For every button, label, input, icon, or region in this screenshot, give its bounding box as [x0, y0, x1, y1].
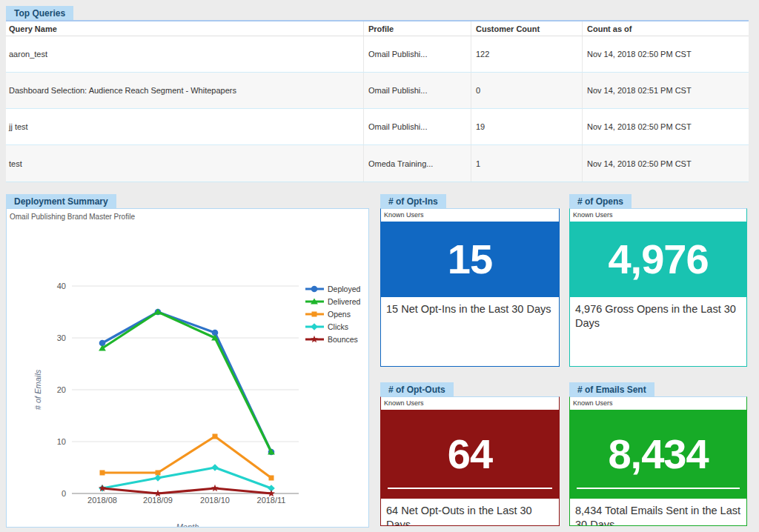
table-row[interactable]: aaron_test Omail Publishi... 122 Nov 14,… — [6, 36, 749, 73]
column-header-count-as-of: Count as of — [582, 21, 749, 36]
opens-value-block: 4,976 — [570, 222, 746, 297]
legend-label: Bounces — [328, 335, 358, 344]
cell-profile: Omeda Training... — [363, 145, 471, 182]
kpi-tile-emails-sent: # of Emails Sent Known Users 8,434 8,434… — [569, 382, 747, 526]
cell-query-name: test — [6, 145, 363, 182]
deployment-line-chart: 0102030402018/082018/092018/102018/11# o… — [7, 222, 368, 527]
chart-profile-title: Omail Publishing Brand Master Profile — [7, 209, 368, 222]
trend-line — [577, 488, 740, 489]
deployed-marker-icon — [305, 285, 325, 293]
chart-legend: Deployed Delivered Opens Clicks Bounces — [305, 282, 360, 345]
svg-text:Month: Month — [176, 522, 199, 527]
deployment-chart-panel: Omail Publishing Brand Master Profile 01… — [6, 208, 369, 528]
svg-text:0: 0 — [62, 489, 66, 498]
tab-emails-sent[interactable]: # of Emails Sent — [569, 382, 654, 396]
tile-subtitle: Known Users — [381, 209, 559, 222]
kpi-tile-opt-outs: # of Opt-Outs Known Users 64 64 Net Opt-… — [380, 382, 560, 526]
table-row[interactable]: test Omeda Training... 1 Nov 14, 2018 02… — [6, 145, 749, 182]
opt-ins-value-block: 15 — [381, 222, 559, 297]
opt-outs-caption: 64 Net Opt-Outs in the Last 30 Days — [381, 499, 559, 526]
cell-count-as-of: Nov 14, 2018 02:50 PM CST — [582, 36, 749, 72]
tab-opens[interactable]: # of Opens — [569, 194, 632, 208]
clicks-marker-icon — [305, 322, 325, 331]
cell-customer-count: 1 — [471, 145, 582, 182]
cell-profile: Omail Publishi... — [363, 36, 471, 72]
svg-text:30: 30 — [57, 333, 66, 342]
svg-text:2018/09: 2018/09 — [143, 496, 173, 505]
table-row[interactable]: jj test Omail Publishi... 19 Nov 14, 201… — [6, 109, 749, 145]
opens-marker-icon — [305, 310, 325, 319]
svg-text:2018/11: 2018/11 — [257, 496, 286, 505]
opens-caption: 4,976 Gross Opens in the Last 30 Days — [570, 297, 746, 336]
legend-item-deployed[interactable]: Deployed — [305, 282, 360, 295]
tab-deployment-summary[interactable]: Deployment Summary — [6, 194, 116, 208]
svg-text:10: 10 — [57, 437, 66, 446]
legend-item-bounces[interactable]: Bounces — [305, 333, 360, 345]
top-queries-table: Query Name Profile Customer Count Count … — [6, 20, 749, 182]
tab-opt-ins[interactable]: # of Opt-Ins — [380, 194, 446, 208]
cell-profile: Omail Publishi... — [363, 109, 471, 144]
kpi-tile-opens: # of Opens Known Users 4,976 4,976 Gross… — [569, 194, 747, 367]
emails-sent-value-block: 8,434 — [570, 410, 746, 499]
cell-customer-count: 19 — [471, 109, 582, 144]
table-row[interactable]: Dashboard Selection: Audience Reach Segm… — [6, 73, 749, 109]
svg-text:40: 40 — [57, 282, 66, 290]
cell-profile: Omail Publishi... — [363, 73, 471, 108]
column-header-query-name: Query Name — [6, 21, 363, 36]
opt-outs-value-block: 64 — [381, 410, 559, 499]
tile-subtitle: Known Users — [381, 397, 559, 410]
legend-label: Delivered — [328, 297, 360, 306]
table-header-row: Query Name Profile Customer Count Count … — [6, 21, 749, 36]
cell-query-name: aaron_test — [6, 36, 363, 72]
tile-subtitle: Known Users — [570, 209, 746, 222]
legend-label: Deployed — [328, 285, 360, 293]
cell-query-name: jj test — [6, 109, 363, 144]
cell-count-as-of: Nov 14, 2018 02:50 PM CST — [582, 145, 749, 182]
tab-top-queries[interactable]: Top Queries — [6, 6, 73, 20]
svg-text:2018/10: 2018/10 — [200, 496, 230, 505]
svg-text:20: 20 — [57, 385, 66, 394]
legend-item-opens[interactable]: Opens — [305, 307, 360, 320]
cell-customer-count: 122 — [471, 36, 582, 72]
legend-label: Opens — [328, 310, 351, 319]
svg-text:2018/08: 2018/08 — [87, 496, 117, 505]
column-header-customer-count: Customer Count — [471, 21, 582, 36]
opens-value: 4,976 — [608, 239, 708, 280]
opt-ins-value: 15 — [448, 239, 492, 280]
legend-label: Clicks — [328, 322, 348, 331]
tab-opt-outs[interactable]: # of Opt-Outs — [380, 382, 454, 396]
legend-item-delivered[interactable]: Delivered — [305, 295, 360, 307]
cell-query-name: Dashboard Selection: Audience Reach Segm… — [6, 73, 363, 108]
column-header-profile: Profile — [363, 21, 471, 36]
legend-item-clicks[interactable]: Clicks — [305, 320, 360, 333]
opt-outs-value: 64 — [448, 433, 492, 475]
opt-ins-caption: 15 Net Opt-Ins in the Last 30 Days — [381, 297, 559, 322]
cell-customer-count: 0 — [471, 73, 582, 108]
emails-sent-value: 8,434 — [608, 433, 708, 475]
top-queries-panel: Top Queries Query Name Profile Customer … — [6, 6, 749, 182]
cell-count-as-of: Nov 14, 2018 02:50 PM CST — [582, 109, 749, 144]
svg-text:# of Emails: # of Emails — [33, 369, 42, 410]
bounces-marker-icon — [305, 335, 325, 344]
delivered-marker-icon — [305, 297, 325, 306]
kpi-tile-opt-ins: # of Opt-Ins Known Users 15 15 Net Opt-I… — [380, 194, 560, 367]
deployment-summary-panel: Deployment Summary Omail Publishing Bran… — [6, 194, 369, 528]
emails-sent-caption: 8,434 Total Emails Sent in the Last 30 D… — [570, 499, 746, 526]
cell-count-as-of: Nov 14, 2018 02:51 PM CST — [582, 73, 749, 108]
trend-line — [388, 488, 552, 489]
tile-subtitle: Known Users — [570, 397, 746, 410]
